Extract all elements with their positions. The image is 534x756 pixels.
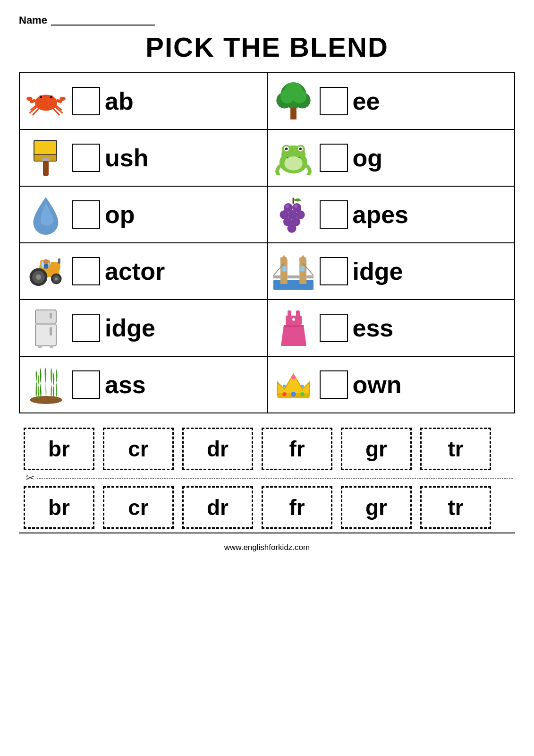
svg-rect-75 xyxy=(282,266,287,272)
svg-point-57 xyxy=(43,259,48,264)
cell-content: ab xyxy=(25,80,262,122)
svg-point-34 xyxy=(284,156,302,171)
name-line: Name xyxy=(19,14,515,26)
svg-point-3 xyxy=(40,96,42,98)
svg-rect-64 xyxy=(280,258,282,261)
cell-dress: ess xyxy=(267,300,515,356)
svg-point-6 xyxy=(26,96,33,101)
word-ending-dress: ess xyxy=(353,314,394,342)
blend-card-br-1[interactable]: br xyxy=(24,428,94,470)
svg-rect-79 xyxy=(35,323,56,325)
blend-card-dr-2[interactable]: dr xyxy=(182,486,253,529)
cell-brush: ush xyxy=(19,129,267,186)
svg-point-21 xyxy=(292,89,306,103)
svg-rect-68 xyxy=(302,258,304,261)
svg-rect-83 xyxy=(50,345,53,348)
scissors-row: ✂ xyxy=(19,470,515,486)
cut-line xyxy=(37,478,513,479)
blend-card-fr-1[interactable]: fr xyxy=(262,428,332,470)
svg-point-8 xyxy=(59,96,66,101)
word-ending-frog: og xyxy=(353,144,383,172)
answer-box-frog xyxy=(320,144,348,172)
blend-card-br-2[interactable]: br xyxy=(24,486,94,529)
cell-content: ess xyxy=(272,307,510,349)
blend-card-cr-1[interactable]: cr xyxy=(103,428,174,470)
answer-box-dress xyxy=(320,314,348,342)
svg-rect-67 xyxy=(299,258,301,261)
name-label: Name xyxy=(19,14,47,26)
cell-tractor: actor xyxy=(19,243,267,300)
svg-point-32 xyxy=(285,147,288,150)
crab-icon xyxy=(25,80,67,122)
svg-point-95 xyxy=(283,385,286,388)
cell-content: apes xyxy=(272,193,510,236)
cell-content: og xyxy=(272,137,510,179)
svg-rect-80 xyxy=(50,313,52,318)
svg-rect-65 xyxy=(283,258,284,261)
cell-content: actor xyxy=(25,250,262,292)
table-row: ab ee xyxy=(19,73,515,129)
cell-bridge: idge xyxy=(267,243,515,300)
answer-box-tractor xyxy=(72,257,100,285)
grapes-icon xyxy=(272,193,315,236)
blend-row-2: br cr dr fr gr tr xyxy=(19,486,515,529)
blend-card-cr-2[interactable]: cr xyxy=(103,486,174,529)
cell-content: ass xyxy=(25,363,262,406)
svg-point-45 xyxy=(295,205,297,207)
svg-rect-70 xyxy=(273,275,280,278)
dress-icon xyxy=(272,307,315,349)
word-ending-bridge: idge xyxy=(353,257,403,285)
svg-rect-58 xyxy=(43,264,48,268)
svg-rect-81 xyxy=(50,327,52,335)
tractor-icon xyxy=(25,250,67,292)
svg-rect-77 xyxy=(35,310,56,323)
blends-section: br cr dr fr gr tr ✂ br cr dr fr gr tr xyxy=(19,428,515,529)
cell-crab: ab xyxy=(19,73,267,129)
frog-icon xyxy=(272,137,315,179)
word-ending-crab: ab xyxy=(105,87,134,115)
tree-icon xyxy=(272,80,315,122)
cell-content: own xyxy=(272,363,510,406)
blend-card-fr-2[interactable]: fr xyxy=(262,486,332,529)
bottom-line xyxy=(19,533,515,533)
blend-card-dr-1[interactable]: dr xyxy=(182,428,253,470)
grass-icon xyxy=(25,363,67,406)
fridge-icon xyxy=(25,307,67,349)
answer-box-bridge xyxy=(320,257,348,285)
word-ending-drop: op xyxy=(105,200,135,229)
word-ending-brush: ush xyxy=(105,144,148,172)
blend-row-1: br cr dr fr gr tr xyxy=(19,428,515,470)
svg-point-33 xyxy=(299,147,302,150)
word-ending-grass: ass xyxy=(105,370,146,399)
word-ending-tractor: actor xyxy=(105,257,165,285)
cell-crown: own xyxy=(267,356,515,413)
svg-point-4 xyxy=(50,96,52,98)
cell-frog: og xyxy=(267,129,515,186)
svg-rect-71 xyxy=(288,275,300,278)
svg-rect-25 xyxy=(42,158,50,161)
answer-box-crown xyxy=(320,370,348,399)
svg-point-94 xyxy=(291,375,296,379)
svg-rect-69 xyxy=(305,258,306,261)
cell-content: idge xyxy=(272,250,510,292)
svg-point-92 xyxy=(282,392,287,396)
blend-card-tr-1[interactable]: tr xyxy=(420,428,491,470)
svg-point-93 xyxy=(300,392,305,396)
cell-content: idge xyxy=(25,307,262,349)
svg-rect-66 xyxy=(286,258,287,261)
svg-point-43 xyxy=(288,223,297,232)
answer-box-grass xyxy=(72,370,100,399)
brush-icon xyxy=(25,137,67,179)
svg-rect-24 xyxy=(43,159,49,176)
blend-card-gr-2[interactable]: gr xyxy=(341,486,412,529)
answer-box-fridge xyxy=(72,314,100,342)
word-ending-grapes: apes xyxy=(353,200,409,229)
answer-box-tree xyxy=(320,87,348,115)
answer-box-drop xyxy=(72,200,100,229)
svg-point-96 xyxy=(301,385,304,388)
svg-rect-48 xyxy=(58,258,60,264)
blend-card-gr-1[interactable]: gr xyxy=(341,428,412,470)
blend-card-tr-2[interactable]: tr xyxy=(420,486,491,529)
svg-point-56 xyxy=(55,277,58,280)
answer-box-grapes xyxy=(320,200,348,229)
